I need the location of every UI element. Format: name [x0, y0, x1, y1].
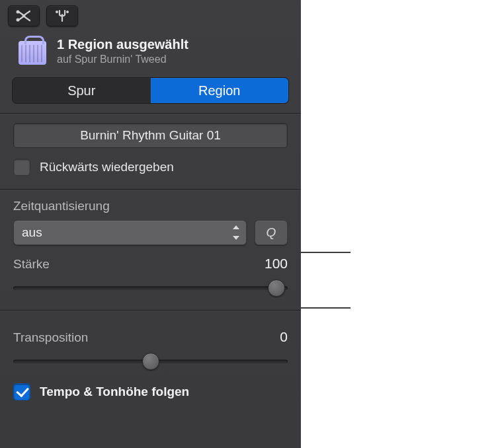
track-region-segmented-control[interactable]: Spur Region: [12, 77, 289, 104]
scissors-icon: [15, 10, 32, 22]
tuning-fork-button[interactable]: [46, 5, 78, 26]
selection-subtitle: auf Spur Burnin' Tweed: [57, 54, 188, 65]
svg-point-2: [56, 11, 58, 13]
tab-track[interactable]: Spur: [13, 78, 151, 103]
transpose-value[interactable]: 0: [280, 329, 288, 345]
slider-thumb[interactable]: [268, 280, 285, 297]
scissors-tool-button[interactable]: [8, 5, 40, 26]
callout-leader: [281, 307, 351, 309]
region-name-field[interactable]: Burnin' Rhythm Guitar 01: [13, 123, 288, 148]
slider-thumb[interactable]: [142, 353, 159, 370]
transpose-label: Transposition: [13, 330, 88, 345]
reverse-label: Rückwärts wiedergeben: [40, 160, 174, 174]
slider-track: [13, 287, 288, 290]
region-type-icon: [19, 41, 46, 65]
callout-leader: [281, 252, 351, 253]
selection-title: 1 Region ausgewählt: [57, 37, 188, 52]
chevron-up-down-icon: [231, 225, 239, 240]
quantize-section-label: Zeitquantisierung: [13, 199, 288, 213]
svg-point-0: [17, 11, 20, 14]
tuning-fork-icon: [55, 9, 69, 22]
follow-tempo-pitch-checkbox[interactable]: [13, 383, 30, 400]
svg-point-1: [17, 19, 20, 22]
quantize-popup[interactable]: aus: [13, 220, 247, 245]
strength-slider[interactable]: [13, 278, 288, 298]
transpose-slider[interactable]: [13, 352, 288, 371]
strength-label: Stärke: [13, 257, 50, 272]
quantize-apply-button[interactable]: Q: [255, 220, 288, 245]
reverse-checkbox[interactable]: [13, 159, 30, 176]
svg-point-3: [66, 11, 69, 13]
quantize-popup-value: aus: [22, 225, 42, 240]
tab-region[interactable]: Region: [151, 78, 289, 103]
follow-tempo-pitch-label: Tempo & Tonhöhe folgen: [40, 385, 189, 399]
strength-value[interactable]: 100: [265, 256, 288, 272]
